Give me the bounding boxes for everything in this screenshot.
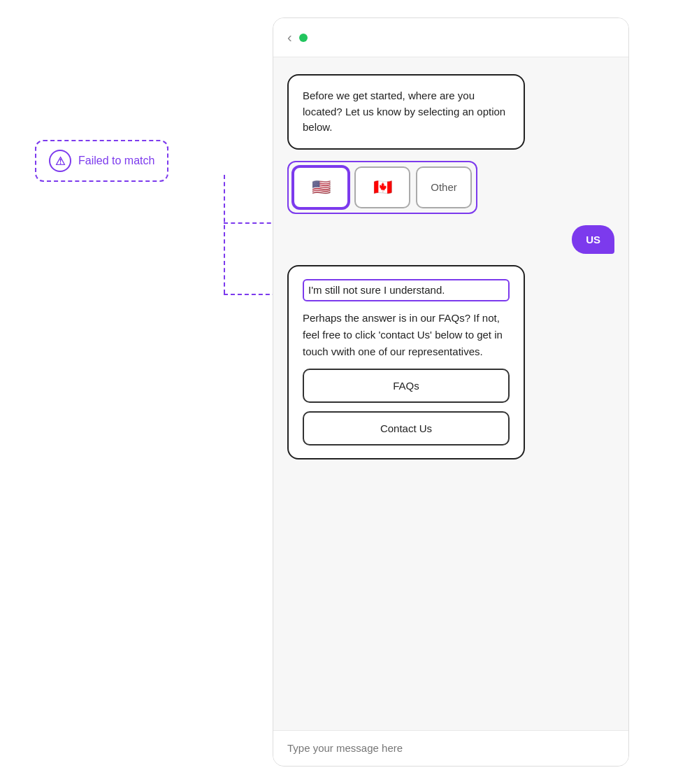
annotation-label: Failed to match [78,155,154,167]
options-row: 🇺🇸 🇨🇦 Other [293,166,472,208]
response-body: Perhaps the answer is in our FAQs? If no… [303,310,510,360]
connector-line-v1 [224,175,225,294]
faqs-button[interactable]: FAQs [303,369,510,403]
chat-header: ‹ [273,18,628,57]
warning-icon: ⚠ [49,150,71,172]
back-button[interactable]: ‹ [287,29,292,45]
options-container: 🇺🇸 🇨🇦 Other [287,161,477,214]
connector-line-h1 [224,222,278,224]
message-input[interactable] [287,742,614,754]
contact-us-button[interactable]: Contact Us [303,411,510,446]
chat-body: Before we get started, where are you loc… [273,57,628,730]
bot-message-1: Before we get started, where are you loc… [287,74,525,150]
response-first-line: I'm still not sure I understand. [303,279,510,301]
failed-to-match-annotation: ⚠ Failed to match [35,140,168,182]
response-bubble: I'm still not sure I understand. Perhaps… [287,265,525,459]
chat-footer [273,730,628,766]
option-other[interactable]: Other [416,166,472,208]
chat-window: ‹ Before we get started, where are you l… [273,17,629,767]
status-indicator [299,34,308,42]
page-wrapper: ⚠ Failed to match ! ‹ Before we get star… [0,0,699,784]
option-us[interactable]: 🇺🇸 [293,166,349,208]
user-reply-bubble: US [572,225,614,254]
option-ca[interactable]: 🇨🇦 [354,166,410,208]
